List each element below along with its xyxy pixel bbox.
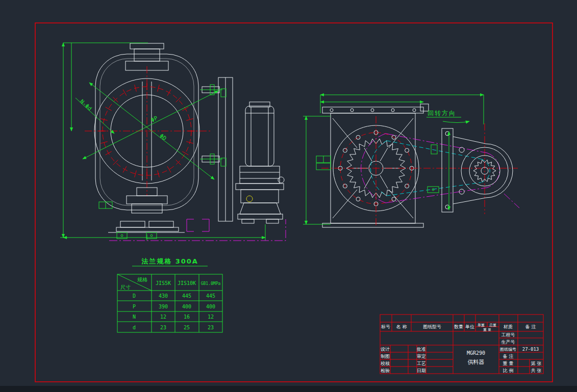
dim-label-phi-p: ΦP [150,115,159,124]
sig-check: 校核 [381,361,390,366]
row-label-P: P [133,304,136,309]
table-corner-size: 尺寸 [120,284,131,290]
cell-d-jis10k: 25 [184,325,190,330]
dim-label-n-phi-d: N-Φd [79,98,93,112]
dimensions-left-view [60,43,265,241]
title-block: 标号 名 称 图纸型号 数量 单位 单重 总重 重 量 材质 备 注 工程号 生… [380,315,543,374]
left-view [60,43,286,241]
field-sheet: 第 张 [531,361,542,366]
cell-d-jis5k: 23 [160,325,166,330]
drain-plug-icon [246,196,253,202]
field-sheets: 共 张 [531,368,542,373]
hdr-drawing-model: 图纸型号 [423,324,441,329]
cad-drawing: N-Φd ΦP ΦD [0,0,577,392]
sig-process: 工艺 [417,361,426,366]
product-model: MGR290 [467,350,485,356]
row-label-d: d [133,325,136,330]
title-block-grid [380,315,543,374]
field-scale: 比 例 [503,368,514,373]
hdr-qty: 数量 [454,324,463,329]
col-header-jis5k: JIS5K [156,280,171,286]
sig-inspect: 检验 [381,368,390,373]
hdr-name: 名 称 [396,324,407,329]
row-label-N: N [133,314,136,320]
flange-table: 法兰规格 300A 规格 尺寸 JIS5K JIS10K GB1.0MPa D … [117,257,222,332]
hdr-no: 标号 [381,324,390,329]
field-drawing-no-label: 图纸编号 [500,347,516,352]
cell-D-gb: 445 [206,293,215,299]
hdr-remark: 备 注 [525,324,536,329]
field-drawing-no-value: 27-013 [522,347,539,352]
rotation-direction-label: 回转方向 [428,110,456,117]
rotation-direction-arrow [427,117,469,123]
hdr-material: 材质 [503,324,513,329]
cell-D-jis10k: 445 [182,293,191,299]
hdr-unit-weight: 单重 [478,323,485,327]
datum-frames-right [316,145,439,193]
drive-sprocket-assembly [442,128,513,212]
title-block-text: 标号 名 称 图纸型号 数量 单位 单重 总重 重 量 材质 备 注 工程号 生… [381,323,541,373]
window-edge [0,386,577,392]
bolt-hardware [200,85,226,166]
cell-P-gb: 400 [206,304,215,309]
field-production-no: 生产号 [501,339,515,345]
cell-D-jis5k: 430 [159,293,168,299]
row-label-D: D [133,293,136,299]
cad-canvas: N-Φd ΦP ΦD [0,0,577,392]
centerlines-left-view [85,66,210,196]
sig-drafting: 制图 [381,354,390,359]
hdr-unit: 单位 [465,324,474,329]
sig-review: 审定 [417,354,426,359]
product-name: 供料器 [468,359,485,365]
cell-P-jis5k: 390 [159,304,168,309]
sig-design: 设计 [381,347,390,352]
motor-assembly [236,102,284,223]
right-view [303,95,519,227]
table-corner-spec: 规格 [137,277,147,282]
cell-d-gb: 23 [208,325,214,330]
flange-table-title: 法兰规格 300A [141,257,198,265]
hdr-total-weight: 总重 [489,323,496,327]
field-remark: 备 注 [503,354,514,359]
cell-N-jis5k: 12 [160,314,166,320]
col-header-gb: GB1.0MPa [201,281,221,286]
field-weight: 重 量 [503,361,514,366]
sheet-border [35,23,553,382]
dimensions-right-view [303,95,484,224]
sig-date: 日期 [417,368,426,373]
sig-approve: 批准 [416,347,426,352]
col-header-jis10k: JIS10K [178,280,196,286]
field-project-no: 工程号 [501,332,515,337]
cell-N-gb: 12 [208,314,214,320]
cell-P-jis10k: 400 [182,304,191,309]
datum-frames-left [99,202,157,239]
dim-label-phi-d: ΦD [158,133,167,142]
hdr-weight: 重 量 [483,328,491,332]
cell-N-jis10k: 16 [184,314,190,320]
